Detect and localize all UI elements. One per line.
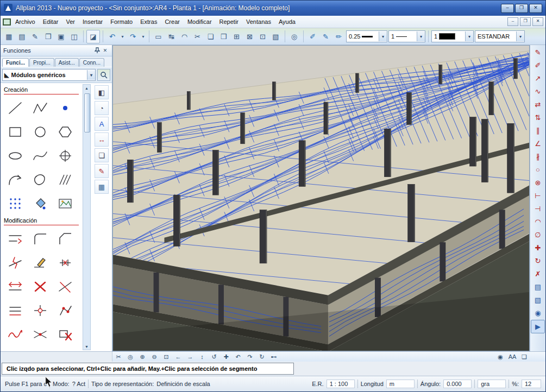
tool-delete-element[interactable] bbox=[53, 323, 78, 346]
panel-header[interactable]: Funciones ✕ bbox=[1, 45, 112, 56]
leader-line-icon[interactable]: ↗ bbox=[531, 72, 544, 85]
menu-item-10[interactable]: Ayuda bbox=[275, 17, 299, 26]
menu-item-0[interactable]: Archivo bbox=[11, 17, 39, 26]
tool-point-grid[interactable] bbox=[3, 192, 28, 215]
pan-right-icon[interactable]: → bbox=[184, 352, 196, 361]
antialias-icon[interactable]: AA bbox=[506, 352, 518, 361]
scale-value[interactable]: 1 : 100 bbox=[327, 380, 355, 388]
pen-thickness-combo[interactable]: 0.25 ▾ bbox=[346, 30, 387, 42]
module-selector-arrow[interactable]: ▾ bbox=[87, 70, 95, 80]
menu-item-8[interactable]: Repetir bbox=[216, 17, 242, 26]
tool-intersect[interactable] bbox=[28, 323, 53, 346]
pen-icon[interactable]: ✎ bbox=[95, 164, 109, 178]
fillet-icon[interactable]: ◠ bbox=[531, 216, 544, 228]
menu-item-7[interactable]: Modificar bbox=[184, 17, 216, 26]
tool-line[interactable] bbox=[3, 96, 28, 119]
menu-item-3[interactable]: Insertar bbox=[79, 17, 106, 26]
search-module-button[interactable] bbox=[97, 69, 110, 81]
animation-icon[interactable]: ▶ bbox=[531, 320, 545, 333]
document-edit-icon[interactable]: ✎ bbox=[29, 30, 41, 43]
eyedropper-icon[interactable]: ✐ bbox=[306, 30, 319, 43]
tool-edit-pencil[interactable] bbox=[28, 251, 53, 274]
camera-icon[interactable]: ◉ bbox=[494, 352, 506, 361]
panel-scrollbar[interactable]: ▲ ▼ bbox=[83, 84, 91, 350]
panel-tab-0[interactable]: Funci... bbox=[2, 58, 29, 67]
zoom-all-icon[interactable]: ◎ bbox=[124, 352, 136, 361]
angle-unit[interactable]: gra bbox=[478, 380, 506, 388]
intersect-icon[interactable]: ⊗ bbox=[531, 176, 544, 189]
plan-icon[interactable]: ❏ bbox=[95, 148, 109, 162]
representation-value[interactable]: Definición de escala bbox=[156, 381, 210, 387]
zoom-icon[interactable]: ◎ bbox=[288, 30, 300, 43]
layers-icon[interactable]: ▧ bbox=[531, 294, 544, 306]
document-pool-icon[interactable]: ▤ bbox=[16, 30, 28, 43]
restore-button[interactable]: ❐ bbox=[515, 4, 528, 13]
next-view-icon[interactable]: ↷ bbox=[244, 352, 256, 361]
tool-spline[interactable] bbox=[28, 144, 53, 167]
line-color-combo[interactable]: 1 ▾ bbox=[431, 30, 474, 42]
protractor-icon[interactable]: ◔ bbox=[95, 101, 109, 115]
region-select-icon[interactable]: ⊡ bbox=[256, 30, 269, 43]
freehand-icon[interactable]: ✐ bbox=[531, 59, 544, 72]
title-bar[interactable]: Allplan 2013 - Nuevo proyecto - <Sin con… bbox=[1, 1, 545, 16]
measure-icon[interactable]: ∅ bbox=[531, 229, 544, 241]
length-unit[interactable]: m bbox=[386, 380, 415, 388]
move-view-icon[interactable]: ✚ bbox=[220, 352, 232, 361]
scrollbar-thumb[interactable] bbox=[84, 93, 90, 132]
module-selector[interactable]: ◣ Módulos genéricos ▾ bbox=[2, 69, 96, 81]
zoom-out-icon[interactable]: ⊖ bbox=[148, 352, 160, 361]
menu-item-4[interactable]: Formato bbox=[106, 17, 136, 26]
panel-close-icon[interactable]: ✕ bbox=[101, 47, 109, 54]
redo-button[interactable]: ↷ bbox=[127, 30, 139, 43]
tool-arc-arrow[interactable] bbox=[3, 168, 28, 191]
pan-vertical-icon[interactable]: ↕ bbox=[196, 352, 208, 361]
panel-tab-2[interactable]: Asist... bbox=[55, 58, 79, 67]
line-color-arrow[interactable]: ▾ bbox=[465, 31, 473, 41]
tool-node-edit[interactable] bbox=[28, 299, 53, 322]
tool-break-element[interactable] bbox=[3, 251, 28, 274]
paste-view-icon[interactable]: ❒ bbox=[217, 30, 230, 43]
move-icon[interactable]: ✚ bbox=[531, 242, 544, 254]
mirror-v-icon[interactable]: ⇅ bbox=[531, 111, 544, 124]
menu-item-5[interactable]: Extras bbox=[136, 17, 161, 26]
undo-dropdown-arrow[interactable]: ▾ bbox=[120, 30, 125, 43]
line-type-arrow[interactable]: ▾ bbox=[417, 31, 425, 41]
viewport-3d[interactable] bbox=[112, 45, 530, 351]
delete-icon[interactable]: ✗ bbox=[531, 268, 544, 280]
scroll-up-icon[interactable]: ▲ bbox=[84, 85, 90, 91]
spline-bar-icon[interactable]: ∿ bbox=[531, 85, 544, 98]
text-icon[interactable]: A bbox=[95, 117, 109, 131]
copy-view-icon[interactable]: ❏ bbox=[204, 30, 217, 43]
zoom-in-icon[interactable]: ⊕ bbox=[136, 352, 148, 361]
cube-3d-icon[interactable]: ▧ bbox=[269, 30, 282, 43]
pen-icon[interactable]: ✎ bbox=[319, 30, 332, 43]
camera-icon[interactable]: ◉ bbox=[531, 307, 544, 319]
undo-button[interactable]: ↶ bbox=[106, 30, 118, 43]
tool-rectangle[interactable] bbox=[3, 120, 28, 143]
palette-icon[interactable]: ◧ bbox=[95, 85, 109, 99]
layer-arrow[interactable]: ▾ bbox=[516, 31, 524, 41]
tool-cross-element[interactable] bbox=[53, 275, 78, 298]
tool-delete-segment[interactable] bbox=[53, 251, 78, 274]
dimension-icon[interactable]: ↹ bbox=[165, 30, 178, 43]
mode-value[interactable]: ? Act bbox=[72, 381, 85, 387]
project-open-icon[interactable]: ▦ bbox=[3, 30, 15, 43]
clip-icon[interactable]: ✂ bbox=[112, 352, 124, 361]
tool-delete[interactable] bbox=[28, 275, 53, 298]
tool-ellipse[interactable] bbox=[3, 144, 28, 167]
assistant-icon[interactable]: ◪ bbox=[86, 30, 100, 43]
tool-move-points[interactable] bbox=[53, 299, 78, 322]
scissors-icon[interactable]: ✂ bbox=[191, 30, 204, 43]
tool-chamfer[interactable] bbox=[53, 227, 78, 250]
tool-parallel-copy[interactable] bbox=[3, 299, 28, 322]
menu-item-2[interactable]: Ver bbox=[62, 17, 79, 26]
tool-circle[interactable] bbox=[28, 120, 53, 143]
circle-bar-icon[interactable]: ○ bbox=[531, 163, 544, 176]
crossing-icon[interactable]: ⊠ bbox=[243, 30, 256, 43]
tool-polyline[interactable] bbox=[28, 96, 53, 119]
scrollbar-track[interactable] bbox=[84, 91, 90, 343]
mdi-minimize-button[interactable]: – bbox=[507, 17, 518, 26]
sheet-icon[interactable]: ❏ bbox=[518, 352, 530, 361]
divide-icon[interactable]: ∦ bbox=[531, 150, 544, 163]
panel-tab-3[interactable]: Conn... bbox=[79, 58, 104, 67]
